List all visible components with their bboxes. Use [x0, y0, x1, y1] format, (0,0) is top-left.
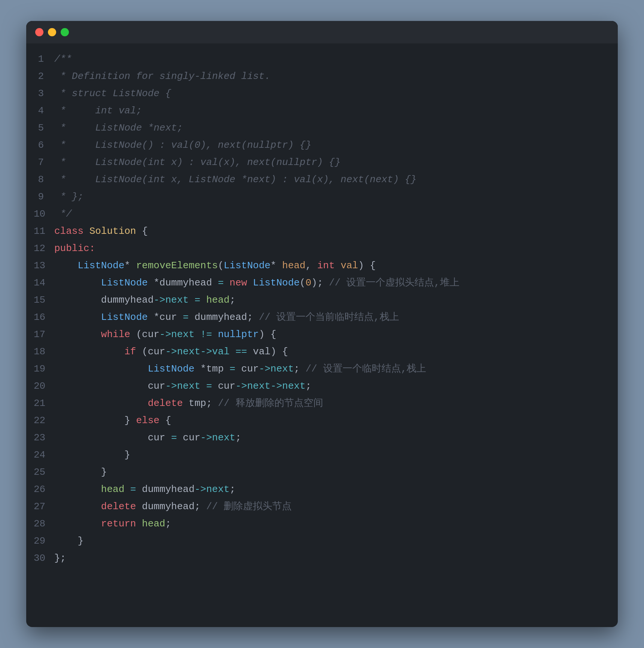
code-line-16: 16 ListNode *cur = dummyhead; // 设置一个当前临…: [26, 309, 618, 326]
code-line-18: 18 if (cur->next->val == val) {: [26, 343, 618, 361]
code-line-2: 2 * Definition for singly-linked list.: [26, 68, 618, 85]
code-window: 1 /** 2 * Definition for singly-linked l…: [26, 21, 618, 627]
code-line-8: 8 * ListNode(int x, ListNode *next) : va…: [26, 171, 618, 189]
code-line-3: 3 * struct ListNode {: [26, 85, 618, 103]
code-line-24: 24 }: [26, 447, 618, 464]
code-line-11: 11 class Solution {: [26, 223, 618, 240]
code-line-6: 6 * ListNode() : val(0), next(nullptr) {…: [26, 137, 618, 154]
titlebar: [26, 21, 618, 43]
code-line-30: 30 };: [26, 550, 618, 567]
traffic-lights: [35, 28, 69, 36]
code-line-1: 1 /**: [26, 51, 618, 68]
code-editor: 1 /** 2 * Definition for singly-linked l…: [26, 43, 618, 627]
code-line-14: 14 ListNode *dummyhead = new ListNode(0)…: [26, 275, 618, 292]
code-line-29: 29 }: [26, 533, 618, 550]
code-line-9: 9 * };: [26, 189, 618, 206]
code-line-5: 5 * ListNode *next;: [26, 120, 618, 137]
code-line-21: 21 delete tmp; // 释放删除的节点空间: [26, 395, 618, 412]
minimize-button[interactable]: [48, 28, 56, 36]
code-line-25: 25 }: [26, 464, 618, 481]
code-line-19: 19 ListNode *tmp = cur->next; // 设置一个临时结…: [26, 361, 618, 378]
code-line-12: 12 public:: [26, 240, 618, 257]
code-line-23: 23 cur = cur->next;: [26, 430, 618, 447]
code-line-7: 7 * ListNode(int x) : val(x), next(nullp…: [26, 154, 618, 171]
code-line-13: 13 ListNode* removeElements(ListNode* he…: [26, 257, 618, 275]
code-line-28: 28 return head;: [26, 516, 618, 533]
close-button[interactable]: [35, 28, 43, 36]
code-line-26: 26 head = dummyhead->next;: [26, 481, 618, 498]
code-line-4: 4 * int val;: [26, 103, 618, 120]
maximize-button[interactable]: [61, 28, 69, 36]
code-line-27: 27 delete dummyhead; // 删除虚拟头节点: [26, 498, 618, 516]
code-line-17: 17 while (cur->next != nullptr) {: [26, 326, 618, 343]
code-line-10: 10 */: [26, 206, 618, 223]
code-line-20: 20 cur->next = cur->next->next;: [26, 378, 618, 395]
code-line-22: 22 } else {: [26, 412, 618, 430]
code-line-15: 15 dummyhead->next = head;: [26, 292, 618, 309]
